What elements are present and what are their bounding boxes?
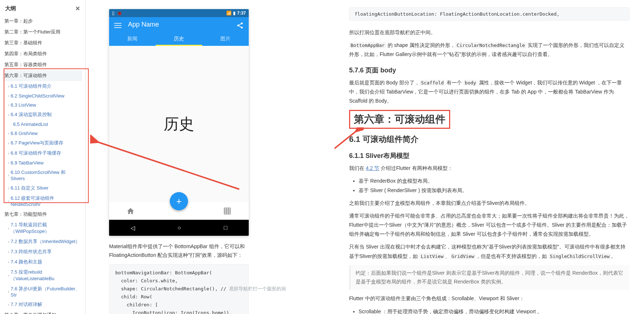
paragraph-611e: Flutter 中的可滚动组件主要由三个角色组成：Scrollable、View… bbox=[349, 294, 629, 303]
fab-add-button[interactable]: + bbox=[170, 192, 188, 210]
section-6-3[interactable]: ›6.3 ListView bbox=[3, 100, 82, 110]
chapter-8[interactable]: 第八章：事件处理与通知 bbox=[3, 310, 82, 314]
list-item: 基于 RenderBox 的盒模型布局。 bbox=[359, 176, 629, 186]
right-pane: floatingActionButtonLocation: FloatingAc… bbox=[335, 0, 644, 314]
link-4-2[interactable]: 4.2 节 bbox=[366, 165, 379, 171]
tab-news[interactable]: 新闻 bbox=[109, 32, 156, 46]
material-paragraph: Material组件库中提供了一个 BottomAppBar 组件，它可以和 F… bbox=[109, 242, 249, 260]
chevron-icon: › bbox=[8, 240, 9, 244]
chevron-icon: › bbox=[8, 141, 9, 145]
svg-rect-1 bbox=[114, 25, 121, 26]
recent-icon[interactable]: □ bbox=[224, 224, 228, 231]
paragraph-body: 最后就是页面的 Body 部分了，Scaffold 有一个 body 属性，接收… bbox=[349, 78, 629, 106]
heading-61: 6.1 可滚动组件简介 bbox=[349, 134, 629, 145]
chapter-3[interactable]: 第三章：基础组件 bbox=[3, 37, 82, 48]
chevron-icon: › bbox=[8, 226, 9, 230]
paragraph-hole-position: 所以打洞位置在底部导航栏的正中间。 bbox=[349, 28, 629, 37]
section-6-1[interactable]: ›6.1 可滚动组件简介 bbox=[3, 81, 82, 91]
chapter-4[interactable]: 第四章：布局类组件 bbox=[3, 48, 82, 59]
section-6-5[interactable]: 6.5 AnimatedList bbox=[3, 120, 82, 129]
section-7-1[interactable]: ›7.1 导航返回拦截（WillPopScope） bbox=[3, 220, 82, 237]
section-6-4[interactable]: ›6.4 滚动监听及控制 bbox=[3, 110, 82, 120]
code-block-bottom-appbar: bottomNavigationBar: BottomAppBar( color… bbox=[109, 264, 249, 314]
left-pane: 大纲 ✕ 第一章：起步 第二章：第一个Flutter应用 第三章：基础组件 第四… bbox=[0, 0, 335, 314]
heading-chapter-6: 第六章：可滚动组件 bbox=[349, 110, 629, 129]
chapter-5[interactable]: 第五章：容器类组件 bbox=[3, 59, 82, 70]
chevron-icon: › bbox=[8, 290, 9, 294]
chevron-icon: › bbox=[8, 113, 9, 117]
chevron-icon: › bbox=[8, 186, 9, 190]
signal-icon: 📶 bbox=[226, 11, 232, 16]
section-7-7[interactable]: ›7.7 对话框详解 bbox=[3, 299, 82, 310]
home-nav-icon[interactable]: ○ bbox=[177, 224, 181, 231]
phone-screenshot: ▯ 🐞 📶 ▮ 7:37 App Name bbox=[109, 9, 249, 314]
section-7-5[interactable]: ›7.5 按需rebuild（ValueListenableBu bbox=[3, 267, 82, 284]
svg-rect-2 bbox=[114, 27, 121, 28]
chevron-icon: › bbox=[8, 173, 9, 177]
chevron-icon: › bbox=[8, 151, 9, 155]
share-icon[interactable] bbox=[236, 22, 244, 28]
android-nav-bar: ◁ ○ □ bbox=[109, 220, 249, 236]
business-icon[interactable] bbox=[223, 207, 231, 215]
tab-bar: 新闻 历史 图片 bbox=[109, 32, 249, 46]
chevron-icon: › bbox=[8, 199, 9, 203]
menu-icon[interactable] bbox=[114, 22, 121, 28]
section-6-2[interactable]: ›6.2 SingleChildScrollView bbox=[3, 91, 82, 100]
chevron-icon: › bbox=[8, 250, 9, 254]
section-6-9[interactable]: ›6.9 TabBarView bbox=[3, 158, 82, 167]
list-611-a: 基于 RenderBox 的盒模型布局。 基于 Sliver ( RenderS… bbox=[359, 176, 629, 195]
svg-rect-8 bbox=[224, 208, 230, 214]
chevron-icon: › bbox=[8, 260, 9, 264]
paragraph-611d: 只有当 Sliver 出现在视口中时才会去构建它，这种模型也称为"基于Slive… bbox=[349, 242, 629, 261]
list-item: 基于 Sliver ( RenderSliver ) 按需加载列表布局。 bbox=[359, 186, 629, 195]
back-icon[interactable]: ◁ bbox=[131, 224, 135, 231]
chevron-icon: › bbox=[8, 103, 9, 107]
section-6-6[interactable]: ›6.6 GridView bbox=[3, 129, 82, 138]
list-611-b: Scrollable ：用于处理滑动手势，确定滑动偏移，滑动偏移变化时构建 Vi… bbox=[359, 307, 629, 314]
chevron-icon: › bbox=[8, 131, 9, 135]
close-icon[interactable]: ✕ bbox=[75, 5, 80, 12]
battery-icon: ▮ bbox=[233, 11, 236, 16]
svg-line-6 bbox=[239, 24, 241, 25]
outline-sidebar: 大纲 ✕ 第一章：起步 第二章：第一个Flutter应用 第三章：基础组件 第四… bbox=[0, 0, 85, 314]
bug-icon: 🐞 bbox=[117, 11, 122, 16]
chapter-6[interactable]: 第六章：可滚动组件 bbox=[3, 70, 82, 81]
paragraph-611b: 之前我们主要介绍了盒模型布局组件，本章我们重点介绍基于Sliver的布局组件。 bbox=[349, 199, 629, 208]
chapter-1[interactable]: 第一章：起步 bbox=[3, 16, 82, 27]
section-6-10[interactable]: ›6.10 CustomScrollView 和 Slivers bbox=[3, 167, 82, 183]
paragraph-611c: 通常可滚动组件的子组件可能会非常多、占用的总高度也会非常大；如果要一次性将子组件… bbox=[349, 211, 629, 239]
chapter-7[interactable]: 第七章：功能型组件 bbox=[3, 209, 82, 220]
paragraph-611-intro: 我们在 4.2 节 介绍过Flutter 有两种布局模型： bbox=[349, 164, 629, 173]
paragraph-shape: BottomAppBar 的 shape 属性决定洞的外形，CircularNo… bbox=[349, 41, 629, 59]
chevron-icon: › bbox=[8, 84, 9, 88]
list-item: Scrollable ：用于处理滑动手势，确定滑动偏移，滑动偏移变化时构建 Vi… bbox=[359, 307, 629, 314]
chapter-2[interactable]: 第二章：第一个Flutter应用 bbox=[3, 27, 82, 37]
section-7-2[interactable]: ›7.2 数据共享（InheritedWidget） bbox=[3, 237, 82, 247]
sim-icon: ▯ bbox=[112, 11, 115, 16]
section-7-3[interactable]: ›7.3 跨组件状态共享 bbox=[3, 247, 82, 257]
phone-body: 历史 + bbox=[109, 46, 249, 202]
section-6-11[interactable]: ›6.11 自定义 Sliver bbox=[3, 183, 82, 193]
tab-picture[interactable]: 图片 bbox=[202, 32, 249, 46]
svg-rect-0 bbox=[114, 23, 121, 24]
section-6-8[interactable]: ›6.8 可滚动组件子项缓存 bbox=[3, 148, 82, 158]
chevron-icon: › bbox=[8, 274, 9, 278]
sidebar-title: 大纲 bbox=[5, 5, 16, 12]
app-title: App Name bbox=[128, 21, 230, 28]
section-7-4[interactable]: ›7.4 颜色和主题 bbox=[3, 257, 82, 267]
annotation-box-heading: 第六章：可滚动组件 bbox=[349, 110, 450, 129]
chevron-icon: › bbox=[8, 161, 9, 165]
code-fab-location: floatingActionButtonLocation: FloatingAc… bbox=[349, 7, 629, 21]
chevron-icon: › bbox=[8, 303, 9, 307]
statusbar-time: 7:37 bbox=[237, 11, 246, 16]
quote-convention: 约定：后面如果我们说一个组件是Sliver 则表示它是基于Sliver布局的组件… bbox=[349, 265, 629, 290]
heading-611: 6.1.1 Sliver布局模型 bbox=[349, 151, 629, 160]
section-6-12[interactable]: ›6.12 嵌套可滚动组件 NestedScrollV bbox=[3, 193, 82, 209]
heading-576: 5.7.6 页面 body bbox=[349, 66, 629, 75]
section-7-6[interactable]: ›7.6 异步UI更新（FutureBuilder、Str bbox=[3, 284, 82, 299]
home-icon[interactable] bbox=[127, 207, 135, 215]
body-label: 历史 bbox=[164, 114, 194, 134]
tab-history[interactable]: 历史 bbox=[156, 32, 202, 46]
section-6-7[interactable]: ›6.7 PageView与页面缓存 bbox=[3, 138, 82, 148]
svg-line-7 bbox=[239, 25, 241, 27]
